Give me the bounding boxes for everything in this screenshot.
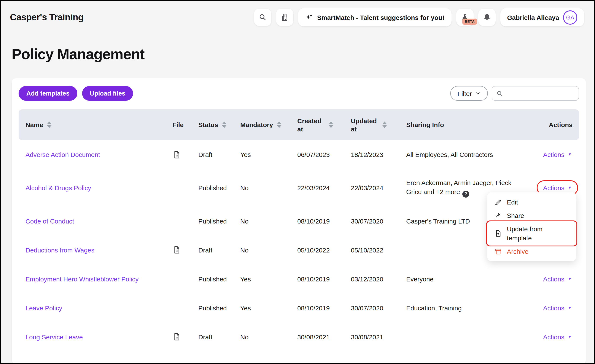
caret-down-icon: ▼ bbox=[568, 335, 572, 339]
row-actions-link[interactable]: Actions▼ bbox=[543, 183, 572, 192]
avatar: GA bbox=[563, 10, 577, 24]
column-header-file: File bbox=[165, 109, 191, 140]
created-at-cell: 05/10/2022 bbox=[290, 236, 344, 264]
mandatory-cell: Yes bbox=[233, 264, 290, 293]
created-at-cell: 30/08/2021 bbox=[290, 322, 344, 351]
policy-table-header: Name File Status Mandatory bbox=[19, 109, 579, 140]
row-actions-link[interactable]: Actions▼ bbox=[543, 303, 572, 312]
policy-name-link[interactable]: Adverse Action Document bbox=[26, 151, 100, 158]
column-header-sharing-info: Sharing Info bbox=[399, 109, 529, 140]
mandatory-cell: No bbox=[233, 351, 290, 364]
sharing-info-text: Everyone bbox=[406, 275, 434, 283]
row-actions-link[interactable]: Actions▼ bbox=[543, 361, 572, 364]
smartmatch-button[interactable]: SmartMatch - Talent suggestions for you! bbox=[298, 8, 452, 26]
notifications-button[interactable] bbox=[478, 9, 496, 26]
sort-icon bbox=[277, 121, 281, 128]
table-row: Adverse Action Document Draft Yes 06/07/… bbox=[19, 140, 579, 169]
menu-item-archive[interactable]: Archive bbox=[487, 245, 576, 258]
building-icon bbox=[280, 13, 289, 21]
help-icon[interactable]: ? bbox=[462, 190, 469, 197]
created-at-cell: 08/10/2019 bbox=[290, 293, 344, 322]
smartmatch-label: SmartMatch - Talent suggestions for you! bbox=[317, 14, 445, 21]
menu-item-edit[interactable]: Edit bbox=[487, 195, 576, 209]
policy-name-link[interactable]: Remote Working & Working From Home Polic… bbox=[26, 362, 160, 364]
mandatory-cell: No bbox=[233, 169, 290, 207]
sort-icon bbox=[222, 121, 227, 128]
filter-button[interactable]: Filter bbox=[450, 86, 488, 101]
column-header-created-at[interactable]: Created at bbox=[290, 109, 344, 140]
sparkle-icon bbox=[305, 13, 313, 21]
share-icon bbox=[494, 212, 502, 219]
bell-icon bbox=[482, 13, 491, 21]
search-button[interactable] bbox=[254, 9, 271, 26]
file-icon bbox=[172, 150, 190, 159]
updated-at-cell: 05/10/2022 bbox=[344, 236, 399, 264]
brand-title: Casper's Training bbox=[10, 12, 84, 22]
policy-name-link[interactable]: Employment Hero Whistleblower Policy bbox=[26, 275, 139, 283]
card-toolbar: Add templates Upload files Filter bbox=[19, 86, 579, 101]
row-actions-link[interactable]: Actions▼ bbox=[543, 274, 572, 283]
mandatory-cell: No bbox=[233, 236, 290, 264]
created-at-cell: 08/10/2019 bbox=[290, 264, 344, 293]
beta-badge: BETA bbox=[463, 19, 477, 25]
column-header-updated-at[interactable]: Updated at bbox=[344, 109, 399, 140]
column-header-name[interactable]: Name bbox=[19, 109, 165, 140]
actions-annotation: Actions▼ bbox=[537, 300, 578, 315]
updated-at-cell: 30/08/2021 bbox=[344, 322, 399, 351]
sharing-info-cell: Everyone bbox=[399, 264, 529, 293]
created-at-cell: 22/03/2024 bbox=[290, 169, 344, 207]
status-cell: Published bbox=[191, 351, 233, 364]
add-templates-button[interactable]: Add templates bbox=[19, 86, 77, 101]
labs-button[interactable]: BETA bbox=[456, 9, 473, 26]
caret-down-icon: ▼ bbox=[568, 277, 572, 281]
actions-annotation: Actions▼ bbox=[537, 358, 578, 364]
user-name: Gabriella Alicaya bbox=[507, 14, 559, 21]
status-cell: Draft bbox=[191, 140, 233, 169]
filter-label: Filter bbox=[457, 90, 472, 97]
sharing-info-text: Casper's Training LTD bbox=[406, 217, 470, 225]
actions-annotation: Actions▼ bbox=[537, 271, 578, 286]
sharing-info-cell: Education, Training bbox=[399, 293, 529, 322]
sharing-info-cell: Watachi Training LTD bbox=[399, 351, 529, 364]
created-at-cell: 08/10/2019 bbox=[290, 207, 344, 236]
policy-name-link[interactable]: Code of Conduct bbox=[26, 217, 74, 225]
row-actions-link[interactable]: Actions▼ bbox=[543, 332, 572, 341]
menu-item-share[interactable]: Share bbox=[487, 209, 576, 222]
mandatory-cell: Yes bbox=[233, 140, 290, 169]
upload-files-button[interactable]: Upload files bbox=[82, 86, 133, 101]
policy-name-link[interactable]: Long Service Leave bbox=[26, 333, 83, 340]
updated-at-cell: 30/08/2021 bbox=[344, 351, 399, 364]
status-cell: Published bbox=[191, 264, 233, 293]
sharing-info-cell bbox=[399, 322, 529, 351]
sharing-info-text: All Employees, All Contractors bbox=[406, 151, 493, 158]
user-menu-button[interactable]: Gabriella Alicaya GA bbox=[500, 8, 584, 26]
mandatory-cell: Yes bbox=[233, 293, 290, 322]
app-window: Casper's Training bbox=[0, 0, 595, 364]
page-title: Policy Management bbox=[12, 45, 594, 63]
caret-down-icon: ▼ bbox=[568, 186, 572, 190]
archive-icon bbox=[494, 248, 502, 255]
company-switcher-button[interactable] bbox=[276, 9, 293, 26]
menu-item-update-from-template[interactable]: Update from template bbox=[487, 222, 576, 245]
status-cell: Published bbox=[191, 207, 233, 236]
file-icon bbox=[172, 246, 190, 254]
column-header-status[interactable]: Status bbox=[191, 109, 233, 140]
column-header-mandatory[interactable]: Mandatory bbox=[233, 109, 290, 140]
policy-name-link[interactable]: Alcohol & Drugs Policy bbox=[26, 184, 91, 192]
status-cell: Draft bbox=[191, 322, 233, 351]
row-actions-link[interactable]: Actions▼ bbox=[543, 150, 572, 159]
column-header-actions: Actions bbox=[529, 109, 579, 140]
policy-name-link[interactable]: Leave Policy bbox=[26, 304, 62, 312]
table-row: Long Service Leave Draft No 30/08/2021 3… bbox=[19, 322, 579, 351]
chevron-down-icon bbox=[475, 91, 481, 96]
sort-icon bbox=[329, 121, 333, 128]
mandatory-cell: No bbox=[233, 322, 290, 351]
mandatory-cell: No bbox=[233, 207, 290, 236]
sharing-info-text: Education, Training bbox=[406, 304, 462, 312]
actions-annotation: Actions▼ bbox=[537, 329, 578, 344]
search-input[interactable] bbox=[506, 89, 575, 97]
updated-at-cell: 30/07/2020 bbox=[344, 207, 399, 236]
sort-icon bbox=[382, 121, 387, 128]
policy-name-link[interactable]: Deductions from Wages bbox=[26, 246, 94, 254]
actions-annotation: Actions▼ bbox=[537, 147, 578, 162]
